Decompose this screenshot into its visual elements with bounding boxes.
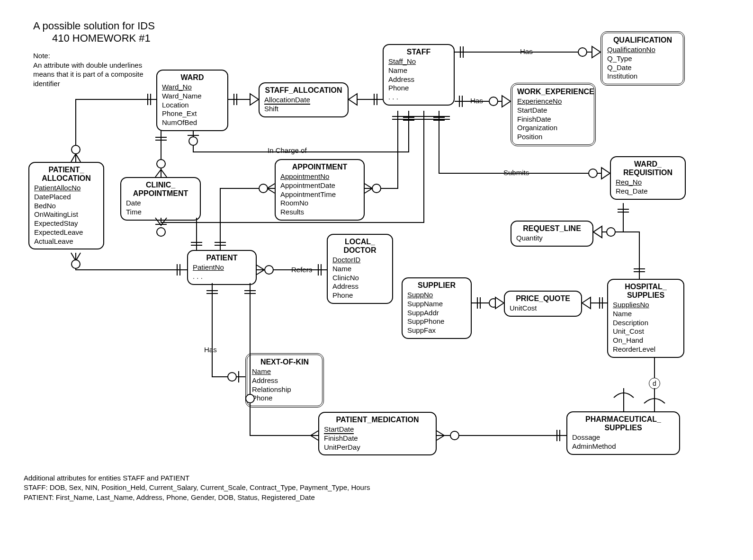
- entity-appointment: APPOINTMENT AppointmentNoAppointmentDate…: [275, 159, 365, 221]
- entity-patient-allocation: PATIENT_ ALLOCATION PatientAllocNoDatePl…: [28, 162, 104, 249]
- svg-marker-35: [601, 168, 610, 179]
- er-diagram: A possible solution for IDS 410 HOMEWORK…: [0, 0, 753, 560]
- svg-marker-5: [349, 94, 357, 105]
- entity-staff-allocation: STAFF_ALLOCATION AllocationDateShift: [259, 82, 349, 117]
- rel-has-nok: Has: [203, 346, 218, 354]
- rel-has-qualification: Has: [519, 47, 534, 55]
- svg-point-27: [157, 160, 165, 168]
- entity-patient: PATIENT PatientNo. . .: [187, 250, 257, 285]
- svg-point-68: [228, 373, 236, 381]
- entity-pharmaceutical-supplies: PHARMACEUTICAL_ SUPPLIES DossageAdminMet…: [566, 411, 680, 455]
- svg-point-28: [189, 137, 197, 145]
- diagram-title: A possible solution for IDS 410 HOMEWORK…: [33, 20, 155, 45]
- svg-point-11: [578, 48, 587, 56]
- entity-work-experience: WORK_EXPERIENCE ExperienceNoStartDateFin…: [511, 83, 596, 146]
- svg-marker-12: [592, 46, 601, 58]
- svg-point-45: [607, 228, 615, 236]
- rel-refers: Refers: [290, 266, 314, 274]
- entity-clinic-appointment: CLINIC_ APPOINTMENT DateTime: [120, 177, 201, 221]
- svg-point-20: [72, 145, 80, 154]
- svg-marker-43: [593, 226, 602, 238]
- entity-price-quote: PRICE_QUOTE UnitCost: [504, 291, 582, 317]
- svg-marker-52: [495, 297, 504, 309]
- entity-supplier: SUPPLIER SuppNoSuppNameSuppAddrSuppPhone…: [402, 277, 472, 339]
- svg-marker-44: [593, 226, 602, 238]
- entity-request-line: REQUEST_LINE Quantity: [511, 221, 593, 247]
- svg-marker-17: [502, 96, 511, 107]
- svg-point-63: [265, 266, 273, 274]
- entity-local-doctor: LOCAL_ DOCTOR DoctorIDNameClinicNoAddres…: [327, 234, 393, 304]
- subtype-d-indicator: d: [649, 378, 660, 389]
- diagram-note: Note: An attribute with double underline…: [33, 51, 156, 88]
- footer-notes: Additional attributes for entities STAFF…: [24, 473, 370, 502]
- svg-point-59: [259, 184, 268, 193]
- svg-point-34: [589, 169, 597, 178]
- svg-point-21: [72, 260, 80, 268]
- entity-qualification: QUALIFICATION QualificationNoQ_TypeQ_Dat…: [601, 31, 685, 86]
- svg-point-16: [489, 97, 498, 106]
- rel-submits: Submits: [502, 169, 530, 177]
- rel-has-experience: Has: [469, 97, 484, 105]
- svg-marker-54: [582, 297, 591, 309]
- entity-ward-requisition: WARD_ REQUISITION Req_NoReq_Date: [610, 156, 686, 200]
- entity-next-of-kin: NEXT-OF-KIN NameAddressRelationshipPhone: [245, 353, 324, 408]
- entity-patient-medication: PATIENT_MEDICATION StartDateFinishDateUn…: [318, 412, 437, 455]
- entity-hospital-supplies: HOSPITAL_ SUPPLIES SuppliesNoNameDescrip…: [607, 279, 684, 358]
- rel-in-charge-of: In Charge of: [266, 146, 308, 154]
- entity-staff: STAFF Staff_NoNameAddressPhone. . .: [383, 44, 455, 106]
- svg-point-40: [157, 228, 165, 236]
- svg-point-74: [450, 431, 459, 440]
- svg-point-38: [372, 184, 381, 193]
- svg-point-51: [489, 299, 498, 307]
- svg-marker-3: [250, 94, 259, 105]
- entity-ward: WARD Ward_NoWard_NameLocationPhone_ExtNu…: [156, 70, 228, 131]
